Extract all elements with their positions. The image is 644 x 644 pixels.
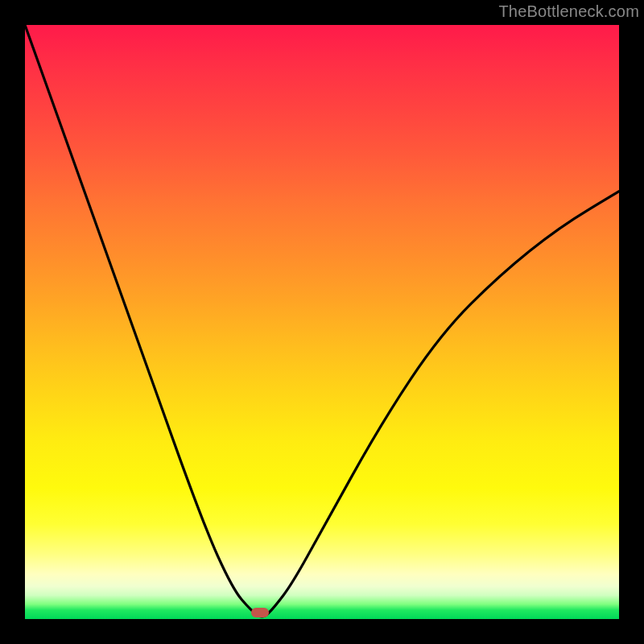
optimal-point-marker <box>251 608 269 617</box>
watermark-text: TheBottleneck.com <box>498 2 639 21</box>
plot-area <box>25 25 619 619</box>
chart-container: TheBottleneck.com <box>0 0 644 644</box>
gradient-background <box>25 25 619 619</box>
